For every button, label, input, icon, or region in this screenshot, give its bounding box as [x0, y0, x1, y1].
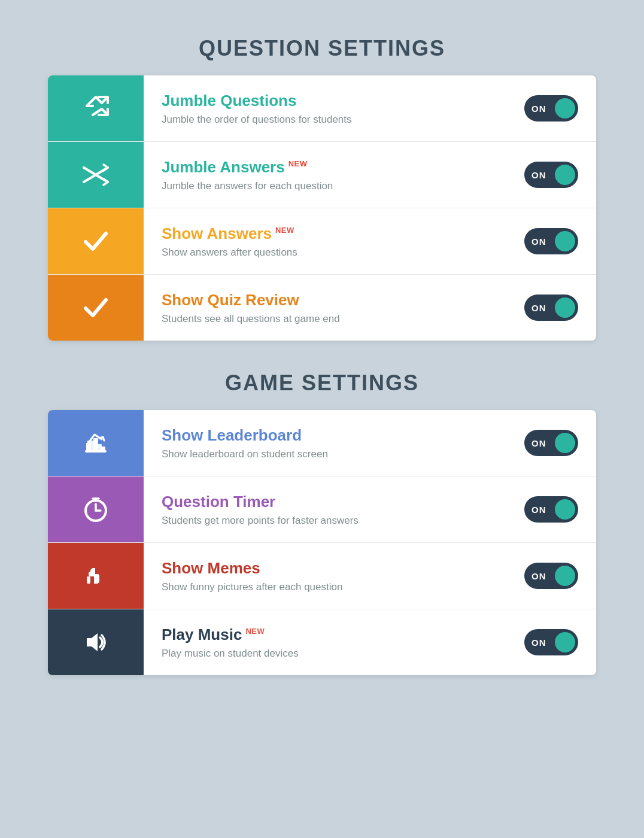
- show-answers-new-badge: NEW: [275, 226, 294, 235]
- jumble-answers-toggle-area: ON: [506, 150, 596, 200]
- jumble-answers-toggle-label: ON: [531, 170, 546, 180]
- question-settings-container: Jumble Questions Jumble the order of que…: [48, 75, 596, 341]
- jumble-answers-icon: [48, 142, 144, 208]
- setting-row-show-leaderboard: Show Leaderboard Show leaderboard on stu…: [48, 410, 596, 476]
- show-leaderboard-icon: [48, 410, 144, 476]
- jumble-questions-toggle[interactable]: ON: [524, 95, 578, 122]
- play-music-toggle-area: ON: [506, 617, 596, 667]
- show-memes-toggle[interactable]: ON: [524, 563, 578, 589]
- show-leaderboard-toggle-knob: [555, 433, 575, 453]
- setting-row-show-quiz-review: Show Quiz Review Students see all questi…: [48, 275, 596, 341]
- show-quiz-review-icon: [48, 275, 144, 341]
- setting-row-show-answers: Show AnswersNEW Show answers after quest…: [48, 208, 596, 275]
- question-timer-content: Question Timer Students get more points …: [144, 481, 506, 539]
- play-music-title: Play MusicNEW: [162, 626, 488, 644]
- show-answers-toggle-label: ON: [531, 236, 546, 247]
- jumble-answers-title: Jumble AnswersNEW: [162, 158, 488, 177]
- show-memes-description: Show funny pictures after each question: [162, 581, 488, 593]
- game-settings-title: GAME SETTINGS: [48, 371, 596, 396]
- jumble-answers-content: Jumble AnswersNEW Jumble the answers for…: [144, 146, 506, 204]
- play-music-icon: [48, 609, 144, 675]
- show-answers-toggle[interactable]: ON: [524, 228, 578, 254]
- jumble-questions-description: Jumble the order of questions for studen…: [162, 114, 488, 126]
- show-answers-content: Show AnswersNEW Show answers after quest…: [144, 212, 506, 271]
- show-leaderboard-toggle[interactable]: ON: [524, 430, 578, 456]
- play-music-toggle-label: ON: [531, 637, 546, 648]
- play-music-description: Play music on student devices: [162, 648, 488, 660]
- show-answers-icon: [48, 208, 144, 274]
- question-timer-title: Question Timer: [162, 493, 488, 511]
- show-quiz-review-toggle-knob: [555, 297, 575, 318]
- show-memes-toggle-label: ON: [531, 571, 546, 581]
- play-music-new-badge: NEW: [245, 627, 265, 636]
- setting-row-question-timer: Question Timer Students get more points …: [48, 476, 596, 543]
- play-music-content: Play MusicNEW Play music on student devi…: [144, 614, 506, 672]
- show-leaderboard-toggle-area: ON: [506, 418, 596, 468]
- show-memes-toggle-area: ON: [506, 551, 596, 601]
- setting-row-show-memes: Show Memes Show funny pictures after eac…: [48, 543, 596, 609]
- jumble-questions-content: Jumble Questions Jumble the order of que…: [144, 80, 506, 138]
- show-answers-description: Show answers after questions: [162, 247, 488, 259]
- show-memes-toggle-knob: [555, 566, 575, 586]
- play-music-toggle-knob: [555, 632, 575, 652]
- jumble-answers-new-badge: NEW: [288, 159, 308, 168]
- svg-rect-8: [96, 444, 102, 451]
- show-leaderboard-description: Show leaderboard on student screen: [162, 448, 488, 460]
- question-timer-toggle-label: ON: [531, 505, 546, 515]
- jumble-questions-toggle-label: ON: [531, 104, 546, 114]
- jumble-answers-toggle-knob: [555, 165, 575, 185]
- show-quiz-review-title: Show Quiz Review: [162, 291, 488, 309]
- jumble-answers-toggle[interactable]: ON: [524, 162, 578, 188]
- question-settings-title: QUESTION SETTINGS: [48, 36, 596, 61]
- show-memes-icon: [48, 543, 144, 609]
- setting-row-jumble-questions: Jumble Questions Jumble the order of que…: [48, 75, 596, 142]
- show-leaderboard-title: Show Leaderboard: [162, 426, 488, 445]
- jumble-questions-toggle-area: ON: [506, 83, 596, 133]
- jumble-answers-description: Jumble the answers for each question: [162, 180, 488, 192]
- jumble-questions-title: Jumble Questions: [162, 92, 488, 110]
- setting-row-jumble-answers: Jumble AnswersNEW Jumble the answers for…: [48, 142, 596, 208]
- setting-row-play-music: Play MusicNEW Play music on student devi…: [48, 609, 596, 675]
- question-timer-toggle-area: ON: [506, 484, 596, 535]
- game-settings-container: Show Leaderboard Show leaderboard on stu…: [48, 410, 596, 675]
- jumble-questions-icon: [48, 75, 144, 141]
- jumble-questions-toggle-knob: [555, 98, 575, 119]
- show-answers-toggle-knob: [555, 231, 575, 251]
- show-memes-content: Show Memes Show funny pictures after eac…: [144, 547, 506, 605]
- show-quiz-review-toggle[interactable]: ON: [524, 294, 578, 321]
- svg-rect-14: [87, 576, 90, 584]
- show-answers-title: Show AnswersNEW: [162, 224, 488, 243]
- show-quiz-review-toggle-label: ON: [531, 303, 546, 313]
- play-music-toggle[interactable]: ON: [524, 629, 578, 655]
- question-timer-toggle-knob: [555, 499, 575, 520]
- svg-marker-15: [87, 633, 98, 651]
- show-quiz-review-toggle-area: ON: [506, 283, 596, 333]
- show-leaderboard-toggle-label: ON: [531, 438, 546, 448]
- question-timer-icon: [48, 476, 144, 542]
- svg-rect-7: [87, 441, 93, 451]
- show-quiz-review-content: Show Quiz Review Students see all questi…: [144, 279, 506, 337]
- show-quiz-review-description: Students see all questions at game end: [162, 313, 488, 325]
- question-timer-description: Students get more points for faster answ…: [162, 515, 488, 527]
- show-memes-title: Show Memes: [162, 559, 488, 578]
- show-leaderboard-content: Show Leaderboard Show leaderboard on stu…: [144, 414, 506, 472]
- question-timer-toggle[interactable]: ON: [524, 496, 578, 523]
- show-answers-toggle-area: ON: [506, 216, 596, 266]
